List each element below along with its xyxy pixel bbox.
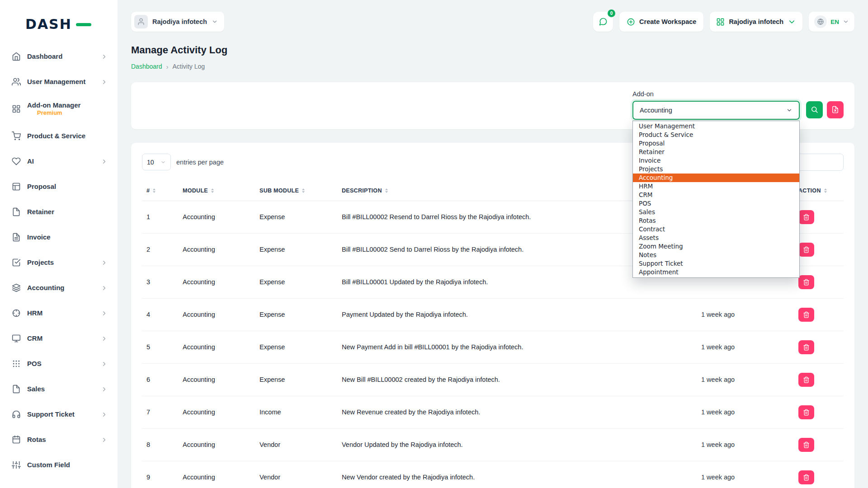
cell-action xyxy=(794,266,844,298)
file-text-icon xyxy=(12,233,21,242)
messages-button[interactable]: 0 xyxy=(593,12,613,32)
trash-icon xyxy=(803,376,810,383)
delete-button[interactable] xyxy=(798,373,814,387)
sidebar-item-add-on-manager[interactable]: Add-on ManagerPremium xyxy=(0,97,118,121)
main-content: Rajodiya infotech 0 Create Workspace xyxy=(118,0,868,488)
cell-sub-module: Expense xyxy=(255,233,337,266)
breadcrumb-dashboard-link[interactable]: Dashboard xyxy=(131,63,162,70)
dropdown-option[interactable]: Contract xyxy=(633,225,799,234)
dropdown-option[interactable]: User Management xyxy=(633,122,799,131)
reset-filter-button[interactable] xyxy=(827,101,844,118)
crosshair-icon xyxy=(12,309,21,318)
check-square-icon xyxy=(12,258,21,267)
chevron-right-icon xyxy=(101,285,108,291)
sidebar-item-crm[interactable]: CRM xyxy=(0,328,118,349)
sidebar-item-projects[interactable]: Projects xyxy=(0,252,118,273)
dropdown-option[interactable]: Sales xyxy=(633,208,799,216)
cell-description: New Revenue created by the Rajodiya info… xyxy=(337,396,679,428)
dropdown-option[interactable]: Assets xyxy=(633,234,799,242)
dropdown-option[interactable]: Notes xyxy=(633,251,799,259)
cell-sub-module: Expense xyxy=(255,298,337,331)
search-button[interactable] xyxy=(806,101,823,118)
cell-number: 9 xyxy=(142,461,178,488)
sidebar-item-label: Projects xyxy=(27,258,54,267)
delete-button[interactable] xyxy=(798,275,814,289)
sidebar-item-custom-field[interactable]: Custom Field xyxy=(0,455,118,475)
trash-icon xyxy=(803,279,810,286)
sidebar-item-label: Dashboard xyxy=(27,52,62,61)
column-header-description[interactable]: DESCRIPTION xyxy=(337,181,679,201)
workspace-pill[interactable]: Rajodiya infotech xyxy=(131,12,224,32)
dropdown-option[interactable]: Invoice xyxy=(633,156,799,165)
users-icon xyxy=(12,77,21,86)
column-header-[interactable]: # xyxy=(142,181,178,201)
sidebar-item-invoice[interactable]: Invoice xyxy=(0,227,118,248)
chevron-right-icon xyxy=(101,436,108,443)
cell-module: Accounting xyxy=(178,428,255,461)
column-header-module[interactable]: MODULE xyxy=(178,181,255,201)
sidebar-item-retainer[interactable]: Retainer xyxy=(0,202,118,222)
column-header-sub-module[interactable]: SUB MODULE xyxy=(255,181,337,201)
sidebar-item-dashboard[interactable]: Dashboard xyxy=(0,46,118,67)
sidebar-item-product-service[interactable]: Product & Service xyxy=(0,126,118,146)
delete-button[interactable] xyxy=(798,243,814,257)
dropdown-option[interactable]: Appointment xyxy=(633,268,799,277)
home-icon xyxy=(12,52,21,61)
sidebar-menu: DashboardUser ManagementAdd-on ManagerPr… xyxy=(0,46,118,475)
sidebar-item-ai[interactable]: AI xyxy=(0,151,118,172)
dropdown-option[interactable]: POS xyxy=(633,199,799,208)
sidebar-item-user-management[interactable]: User Management xyxy=(0,71,118,92)
sidebar-item-accounting[interactable]: Accounting xyxy=(0,277,118,298)
dropdown-option[interactable]: Accounting xyxy=(633,174,799,182)
trash-icon xyxy=(803,474,810,481)
workspace-dropdown[interactable]: Rajodiya infotech xyxy=(710,12,802,32)
column-header-action[interactable]: ACTION xyxy=(794,181,844,201)
shopping-cart-icon xyxy=(12,131,21,141)
dropdown-option[interactable]: Zoom Meeting xyxy=(633,242,799,251)
chevron-down-icon xyxy=(160,160,166,165)
dots-grid-icon xyxy=(12,359,21,368)
addon-dropdown-list: User ManagementProduct & ServiceProposal… xyxy=(632,121,800,278)
language-selector[interactable]: EN xyxy=(809,12,854,32)
delete-button[interactable] xyxy=(798,438,814,452)
chevron-right-icon xyxy=(101,53,108,60)
column-header-label: # xyxy=(146,188,150,194)
table-row: 5AccountingExpenseNew Payment Add in bil… xyxy=(142,331,844,363)
dropdown-option[interactable]: Rotas xyxy=(633,216,799,225)
dropdown-option[interactable]: HRM xyxy=(633,182,799,191)
create-workspace-button[interactable]: Create Workspace xyxy=(619,12,703,32)
dropdown-option[interactable]: Retainer xyxy=(633,148,799,156)
cell-module: Accounting xyxy=(178,363,255,396)
dropdown-option[interactable]: Proposal xyxy=(633,139,799,148)
sidebar-item-proposal[interactable]: Proposal xyxy=(0,176,118,197)
sidebar-item-label: Accounting xyxy=(27,284,65,292)
delete-button[interactable] xyxy=(798,308,814,322)
sidebar-item-pos[interactable]: POS xyxy=(0,353,118,374)
sort-icon xyxy=(153,188,156,193)
entries-per-page-select[interactable]: 10 xyxy=(142,154,171,170)
chevron-down-icon xyxy=(788,18,796,26)
dropdown-option[interactable]: CRM xyxy=(633,191,799,199)
chevron-down-icon xyxy=(212,19,218,25)
dropdown-option[interactable]: Product & Service xyxy=(633,131,799,139)
delete-button[interactable] xyxy=(798,470,814,484)
cell-number: 7 xyxy=(142,396,178,428)
delete-button[interactable] xyxy=(798,210,814,224)
dropdown-option[interactable]: Projects xyxy=(633,165,799,174)
plus-circle-icon xyxy=(627,18,635,26)
sidebar-item-label: HRM xyxy=(27,309,42,318)
cell-module: Accounting xyxy=(178,233,255,266)
delete-button[interactable] xyxy=(798,405,814,419)
cell-module: Accounting xyxy=(178,461,255,488)
cell-number: 4 xyxy=(142,298,178,331)
addon-select[interactable]: Accounting xyxy=(632,101,800,120)
delete-button[interactable] xyxy=(798,340,814,354)
sidebar-item-hrm[interactable]: HRM xyxy=(0,303,118,324)
dropdown-option[interactable]: Support Ticket xyxy=(633,259,799,268)
sort-icon xyxy=(211,188,214,193)
cell-action xyxy=(794,331,844,363)
sidebar-item-rotas[interactable]: Rotas xyxy=(0,429,118,450)
cell-description: Bill #BILL00002 Resend to Darrel Rioss b… xyxy=(337,201,679,233)
sidebar-item-support-ticket[interactable]: Support Ticket xyxy=(0,404,118,425)
sidebar-item-sales[interactable]: Sales xyxy=(0,379,118,399)
